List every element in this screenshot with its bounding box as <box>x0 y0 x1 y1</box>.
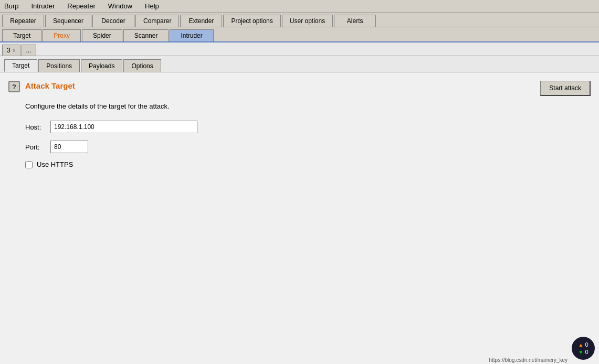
tab-repeater[interactable]: Repeater <box>2 15 44 27</box>
tabs-row1: Repeater Sequencer Decoder Comparer Exte… <box>0 13 599 27</box>
tab-comparer[interactable]: Comparer <box>135 15 179 27</box>
tab-decoder[interactable]: Decoder <box>92 15 134 27</box>
attack-target-left: ? Attack Target <box>8 81 75 92</box>
tab-project-options[interactable]: Project options <box>223 15 280 27</box>
tabs-row2: Target Proxy Spider Scanner Intruder <box>0 27 599 42</box>
inner-tab-target[interactable]: Target <box>4 59 37 72</box>
tab-alerts[interactable]: Alerts <box>334 15 376 27</box>
tab-num-row: 3 × ... <box>0 42 599 56</box>
menu-window[interactable]: Window <box>106 1 134 11</box>
attack-target-header: ? Attack Target Start attack <box>8 81 591 96</box>
menu-repeater[interactable]: Repeater <box>65 1 97 11</box>
configure-text: Configure the details of the target for … <box>25 102 591 110</box>
download-indicator: ▼ 0 <box>578 349 588 355</box>
download-count: 0 <box>585 349 588 355</box>
upload-arrow-icon: ▲ <box>578 342 583 348</box>
traffic-indicator: ▲ 0 ▼ 0 <box>572 337 595 360</box>
inner-tab-payloads[interactable]: Payloads <box>81 59 122 72</box>
port-input[interactable] <box>50 141 88 153</box>
port-label: Port: <box>25 143 50 151</box>
inner-tab-options[interactable]: Options <box>123 59 161 72</box>
https-label: Use HTTPS <box>37 160 73 168</box>
host-label: Host: <box>25 123 50 131</box>
port-row: Port: <box>25 141 591 153</box>
host-row: Host: <box>25 121 591 133</box>
menu-intruder[interactable]: Intruder <box>29 1 57 11</box>
tab-number-label: 3 <box>7 47 10 54</box>
attack-target-title: Attack Target <box>25 81 75 90</box>
menubar: Burp Intruder Repeater Window Help <box>0 0 599 13</box>
inner-tabs-row: Target Positions Payloads Options <box>0 56 599 72</box>
tab-close-icon[interactable]: × <box>13 48 16 53</box>
tab-target[interactable]: Target <box>2 29 41 41</box>
https-checkbox[interactable] <box>25 161 33 168</box>
tab-intruder[interactable]: Intruder <box>170 29 213 41</box>
menu-help[interactable]: Help <box>143 1 161 11</box>
download-arrow-icon: ▼ <box>578 349 583 355</box>
inner-tab-positions[interactable]: Positions <box>38 59 80 72</box>
tab-scanner[interactable]: Scanner <box>123 29 169 41</box>
start-attack-button[interactable]: Start attack <box>540 81 591 96</box>
https-checkbox-row: Use HTTPS <box>25 160 591 168</box>
tab-number-3[interactable]: 3 × <box>2 45 20 56</box>
tab-proxy[interactable]: Proxy <box>43 29 81 41</box>
upload-indicator: ▲ 0 <box>578 341 588 348</box>
tab-extender[interactable]: Extender <box>180 15 222 27</box>
tab-sequencer[interactable]: Sequencer <box>45 15 91 27</box>
footer-url: https://blog.csdn.net/mamery_key <box>489 357 568 363</box>
content-area: ? Attack Target Start attack Configure t… <box>0 72 599 364</box>
menu-burp[interactable]: Burp <box>2 1 20 11</box>
host-input[interactable] <box>50 121 197 133</box>
help-icon[interactable]: ? <box>8 81 20 92</box>
tab-user-options[interactable]: User options <box>282 15 333 27</box>
upload-count: 0 <box>585 341 588 348</box>
tab-more-button[interactable]: ... <box>22 45 36 56</box>
tab-spider[interactable]: Spider <box>82 29 122 41</box>
